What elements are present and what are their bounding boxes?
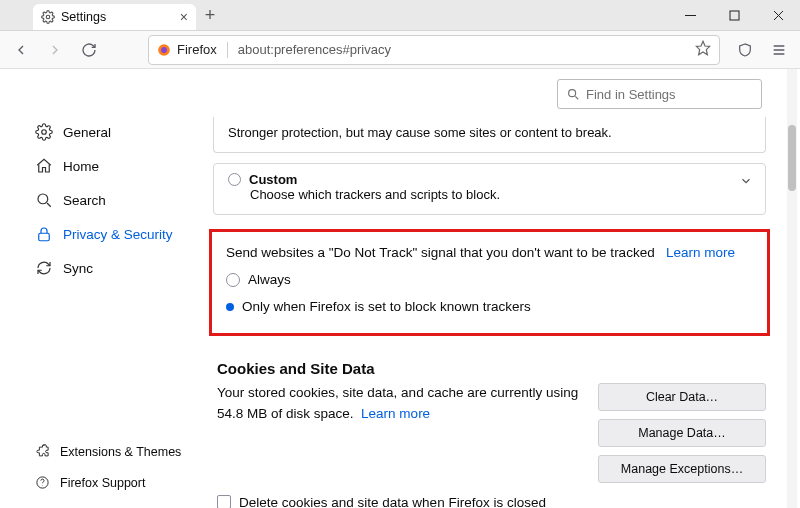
settings-sidebar: General Home Search Privacy & Security S… — [0, 69, 207, 508]
window-close[interactable] — [756, 0, 800, 30]
browser-toolbar: Firefox about:preferences#privacy — [0, 31, 800, 69]
cookies-size: 54.8 MB — [217, 406, 267, 421]
sidebar-support[interactable]: Firefox Support — [0, 467, 207, 498]
nav-reload[interactable] — [74, 35, 104, 65]
card-title: Custom — [249, 172, 297, 187]
app-menu-icon[interactable] — [764, 35, 794, 65]
sidebar-extensions[interactable]: Extensions & Themes — [0, 436, 207, 467]
lock-icon — [35, 225, 53, 243]
clear-data-button[interactable]: Clear Data… — [598, 383, 766, 411]
cookies-line1a: Your stored cookies, site data, and cach… — [217, 385, 578, 400]
tab-title: Settings — [61, 10, 106, 24]
do-not-track-section: Send websites a "Do Not Track" signal th… — [209, 229, 770, 336]
scrollbar[interactable] — [787, 69, 797, 508]
nav-forward[interactable] — [40, 35, 70, 65]
svg-rect-7 — [39, 233, 50, 241]
radio-icon-selected[interactable] — [226, 303, 234, 311]
button-label: Manage Exceptions… — [621, 462, 743, 476]
nav-back[interactable] — [6, 35, 36, 65]
svg-point-10 — [569, 90, 576, 97]
search-icon — [566, 87, 580, 101]
tab-close-icon[interactable]: × — [180, 9, 188, 25]
cookies-learn-more-link[interactable]: Learn more — [361, 406, 430, 421]
sidebar-label: Sync — [63, 261, 93, 276]
sync-icon — [35, 259, 53, 277]
cookies-text: Your stored cookies, site data, and cach… — [217, 383, 582, 425]
url-text: about:preferences#privacy — [238, 42, 391, 57]
sidebar-item-sync[interactable]: Sync — [0, 251, 207, 285]
settings-content: Stronger protection, but may cause some … — [207, 109, 780, 508]
url-bar[interactable]: Firefox about:preferences#privacy — [148, 35, 720, 65]
dnt-option-only[interactable]: Only when Firefox is set to block known … — [226, 296, 749, 319]
search-icon — [35, 191, 53, 209]
puzzle-icon — [35, 444, 50, 459]
dnt-text: Send websites a "Do Not Track" signal th… — [226, 245, 655, 260]
radio-icon[interactable] — [226, 273, 240, 287]
sidebar-label: Privacy & Security — [63, 227, 173, 242]
browser-tab[interactable]: Settings × — [33, 4, 196, 30]
radio-icon[interactable] — [228, 173, 241, 186]
scrollbar-thumb[interactable] — [788, 125, 796, 191]
protection-custom-card[interactable]: Custom Choose which trackers and scripts… — [213, 163, 766, 215]
delete-on-close-option[interactable]: Delete cookies and site data when Firefo… — [217, 495, 772, 508]
cookies-heading: Cookies and Site Data — [217, 360, 772, 377]
window-maximize[interactable] — [712, 0, 756, 30]
gear-icon — [35, 123, 53, 141]
svg-point-9 — [42, 485, 43, 486]
manage-data-button[interactable]: Manage Data… — [598, 419, 766, 447]
home-icon — [35, 157, 53, 175]
sidebar-label: Search — [63, 193, 106, 208]
settings-main: Find in Settings Stronger protection, bu… — [207, 69, 800, 508]
window-controls — [668, 0, 800, 30]
sidebar-label: General — [63, 125, 111, 140]
bookmark-star-icon[interactable] — [695, 40, 711, 59]
sidebar-item-search[interactable]: Search — [0, 183, 207, 217]
svg-point-6 — [38, 194, 48, 204]
sidebar-item-general[interactable]: General — [0, 115, 207, 149]
url-context: Firefox — [177, 42, 217, 57]
svg-marker-4 — [696, 41, 709, 54]
sidebar-label: Firefox Support — [60, 476, 145, 490]
settings-search-input[interactable]: Find in Settings — [557, 79, 762, 109]
checkbox-icon[interactable] — [217, 495, 231, 508]
gear-icon — [41, 10, 55, 24]
button-label: Manage Data… — [638, 426, 726, 440]
chevron-down-icon[interactable] — [739, 174, 753, 191]
url-separator — [227, 42, 228, 58]
button-label: Clear Data… — [646, 390, 718, 404]
dnt-learn-more-link[interactable]: Learn more — [666, 245, 735, 260]
firefox-icon — [157, 43, 171, 57]
checkbox-label: Delete cookies and site data when Firefo… — [239, 495, 546, 508]
radio-label: Only when Firefox is set to block known … — [242, 296, 531, 319]
sidebar-footer: Extensions & Themes Firefox Support — [0, 436, 207, 508]
dnt-option-always[interactable]: Always — [226, 269, 749, 292]
sidebar-label: Home — [63, 159, 99, 174]
sidebar-item-home[interactable]: Home — [0, 149, 207, 183]
svg-point-0 — [46, 15, 50, 19]
card-desc: Choose which trackers and scripts to blo… — [228, 187, 751, 202]
search-placeholder: Find in Settings — [586, 87, 676, 102]
help-icon — [35, 475, 50, 490]
sidebar-item-privacy[interactable]: Privacy & Security — [0, 217, 207, 251]
new-tab-button[interactable]: + — [196, 0, 224, 30]
cookies-line1b: of disk space. — [267, 406, 353, 421]
protection-stronger-note: Stronger protection, but may cause some … — [213, 117, 766, 153]
page-body: General Home Search Privacy & Security S… — [0, 69, 800, 508]
window-minimize[interactable] — [668, 0, 712, 30]
radio-label: Always — [248, 269, 291, 292]
pocket-icon[interactable] — [730, 35, 760, 65]
cookies-row: Your stored cookies, site data, and cach… — [207, 383, 772, 483]
sidebar-label: Extensions & Themes — [60, 445, 181, 459]
titlebar: Settings × + — [0, 0, 800, 31]
manage-exceptions-button[interactable]: Manage Exceptions… — [598, 455, 766, 483]
svg-point-5 — [42, 130, 47, 135]
card-text: Stronger protection, but may cause some … — [228, 125, 751, 140]
svg-point-3 — [161, 47, 167, 53]
svg-rect-1 — [730, 11, 739, 20]
cookies-button-column: Clear Data… Manage Data… Manage Exceptio… — [598, 383, 766, 483]
